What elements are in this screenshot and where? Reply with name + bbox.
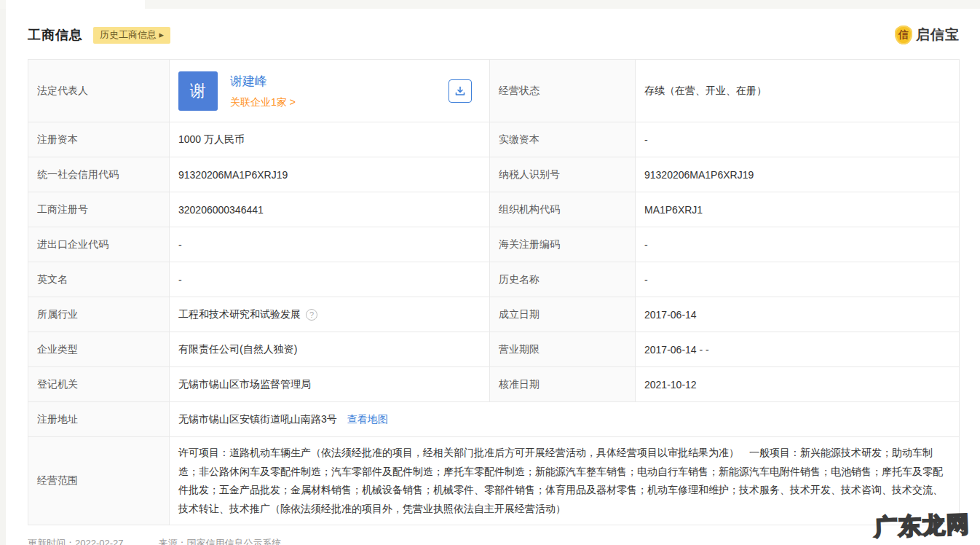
business-scope-text: 许可项目：道路机动车辆生产（依法须经批准的项目，经相关部门批准后方可开展经营活动… [170,437,959,525]
help-icon[interactable]: ? [306,309,317,321]
field-value: 有限责任公司(自然人独资) [170,332,490,366]
field-label: 所属行业 [28,297,170,332]
field-value: 2021-10-12 [636,367,959,401]
field-label: 登记机关 [28,367,170,401]
field-label: 历史名称 [490,262,636,297]
field-value: 2017-06-14 [636,297,959,332]
page-top-strip [0,0,980,9]
field-label: 注册资本 [28,122,170,157]
field-value: 存续（在营、开业、在册） [636,60,959,122]
field-label: 法定代表人 [28,60,170,122]
field-value: 1000 万人民币 [170,122,490,157]
history-info-badge[interactable]: 历史工商信息 ▸ [93,27,170,44]
table-row-legal-rep: 法定代表人 谢 谢建峰 关联企业1家 > [28,60,959,122]
business-info-card: 工商信息 历史工商信息 ▸ 信 启信宝 法定代表人 谢 谢建峰 关联企业1家 > [6,9,980,545]
source-value: 国家信用信息公示系统 [187,538,282,545]
download-icon [454,85,466,97]
card-footer: 更新时间：2022-02-27 来源：国家信用信息公示系统 [28,537,960,545]
data-source: 来源：国家信用信息公示系统 [159,537,282,545]
field-label: 海关注册编码 [490,227,636,262]
field-label: 组织机构代码 [490,192,636,227]
field-label: 工商注册号 [28,192,170,227]
table-row: 工商注册号 320206000346441 组织机构代码 MA1P6XRJ1 [28,192,959,227]
active-tab-remnant [6,0,145,9]
avatar: 谢 [178,71,218,111]
field-label: 进出口企业代码 [28,227,170,262]
source-label: 来源： [159,538,187,545]
table-row-address: 注册地址 无锡市锡山区安镇街道吼山南路3号 查看地图 [28,402,959,437]
brand-logo[interactable]: 信 启信宝 [895,26,960,44]
address-cell: 无锡市锡山区安镇街道吼山南路3号 查看地图 [170,402,959,436]
update-time-value: 2022-02-27 [75,538,124,545]
table-row: 企业类型 有限责任公司(自然人独资) 营业期限 2017-06-14 - - [28,332,959,367]
card-header: 工商信息 历史工商信息 ▸ 信 启信宝 [28,24,960,46]
field-value: - [170,262,490,297]
page-title: 工商信息 [28,26,83,44]
table-row: 注册资本 1000 万人民币 实缴资本 - [28,122,959,157]
field-label: 营业期限 [490,332,636,366]
field-value: 320206000346441 [170,192,490,227]
field-value: - [170,227,490,262]
site-watermark: 广东龙网 [874,509,971,544]
industry-value: 工程和技术研究和试验发展 [178,308,301,321]
field-value: 工程和技术研究和试验发展 ? [170,297,490,332]
table-row: 统一社会信用代码 91320206MA1P6XRJ19 纳税人识别号 91320… [28,157,959,192]
field-value: 91320206MA1P6XRJ19 [636,157,959,192]
field-label: 成立日期 [490,297,636,332]
field-value: 无锡市锡山区市场监督管理局 [170,367,490,401]
field-label: 企业类型 [28,332,170,366]
table-row: 英文名 - 历史名称 - [28,262,959,297]
field-value: MA1P6XRJ1 [636,192,959,227]
field-label: 英文名 [28,262,170,297]
field-value: 91320206MA1P6XRJ19 [170,157,490,192]
table-row-industry: 所属行业 工程和技术研究和试验发展 ? 成立日期 2017-06-14 [28,297,959,332]
download-button[interactable] [448,79,472,103]
address-value: 无锡市锡山区安镇街道吼山南路3号 [178,413,337,426]
related-companies-link[interactable]: 关联企业1家 > [230,96,296,109]
view-map-link[interactable]: 查看地图 [347,413,388,426]
field-label: 经营范围 [28,437,170,525]
brand-shield-icon: 信 [895,26,912,44]
field-value: - [636,262,959,297]
field-label: 统一社会信用代码 [28,157,170,192]
legal-rep-name-link[interactable]: 谢建峰 [230,73,296,90]
field-label: 纳税人识别号 [490,157,636,192]
update-time: 更新时间：2022-02-27 [28,537,124,545]
field-value: 2017-06-14 - - [636,332,959,366]
update-time-label: 更新时间： [28,538,75,545]
table-row: 登记机关 无锡市锡山区市场监督管理局 核准日期 2021-10-12 [28,367,959,402]
field-label: 注册地址 [28,402,170,436]
table-row-scope: 经营范围 许可项目：道路机动车辆生产（依法须经批准的项目，经相关部门批准后方可开… [28,437,959,525]
business-info-table: 法定代表人 谢 谢建峰 关联企业1家 > [28,59,960,525]
field-label: 实缴资本 [490,122,636,157]
field-value: - [636,122,959,157]
table-row: 进出口企业代码 - 海关注册编码 - [28,227,959,262]
field-value: - [636,227,959,262]
brand-name: 启信宝 [916,26,960,44]
field-label: 经营状态 [490,60,636,122]
legal-rep-cell: 谢 谢建峰 关联企业1家 > [170,60,490,122]
field-label: 核准日期 [490,367,636,401]
